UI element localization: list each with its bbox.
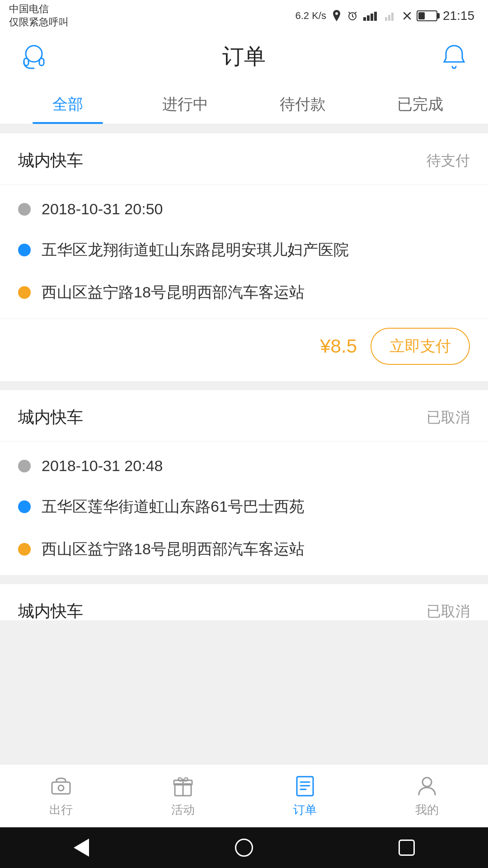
order-price-1: ¥8.5 xyxy=(320,335,357,357)
order-dropoff-1: 西山区益宁路18号昆明西部汽车客运站 xyxy=(42,282,305,303)
orders-content: 城内快车 待支付 2018-10-31 20:50 五华区龙翔街道虹山东路昆明安… xyxy=(0,124,488,638)
pay-now-button-1[interactable]: 立即支付 xyxy=(371,328,470,365)
nav-activity[interactable]: 活动 xyxy=(122,764,244,827)
x-icon xyxy=(403,12,411,20)
order-datetime-1: 2018-10-31 20:50 xyxy=(42,200,163,218)
order-header-1: 城内快车 待支付 xyxy=(0,133,488,185)
order-pickup-row-1: 五华区龙翔街道虹山东路昆明安琪儿妇产医院 xyxy=(0,229,488,271)
order-card-2: 城内快车 已取消 2018-10-31 20:48 五华区莲华街道虹山东路61号… xyxy=(0,390,488,575)
status-bar-right: 6.2 K/s 21:15 xyxy=(295,9,474,23)
order-status-3: 已取消 xyxy=(427,602,470,621)
order-pickup-1: 五华区龙翔街道虹山东路昆明安琪儿妇产医院 xyxy=(42,240,349,260)
bottom-navigation: 出行 活动 订单 我的 xyxy=(0,764,488,827)
svg-point-12 xyxy=(58,785,64,791)
battery-icon xyxy=(417,10,437,21)
back-button[interactable] xyxy=(68,834,95,861)
home-button[interactable] xyxy=(230,834,258,861)
headset-icon xyxy=(19,42,48,71)
nav-activity-label: 活动 xyxy=(171,802,195,818)
order-type-1: 城内快车 xyxy=(18,150,83,172)
tab-ongoing[interactable]: 进行中 xyxy=(127,81,244,124)
svg-point-16 xyxy=(422,778,432,787)
alarm-icon xyxy=(347,10,358,21)
order-header-3: 城内快车 已取消 xyxy=(0,584,488,620)
svg-rect-3 xyxy=(371,14,373,21)
recents-button[interactable] xyxy=(393,834,420,861)
signal-icon xyxy=(363,11,380,21)
network-speed: 6.2 K/s xyxy=(295,10,326,22)
order-card-3: 城内快车 已取消 xyxy=(0,584,488,620)
order-type-3: 城内快车 xyxy=(18,600,83,620)
location-icon xyxy=(332,10,342,22)
back-icon xyxy=(74,839,89,857)
order-status-2: 已取消 xyxy=(427,408,470,428)
signal2-icon xyxy=(385,11,398,21)
order-status-1: 待支付 xyxy=(427,151,470,171)
system-nav-bar xyxy=(0,827,488,868)
svg-rect-1 xyxy=(363,17,366,21)
order-card-1: 城内快车 待支付 2018-10-31 20:50 五华区龙翔街道虹山东路昆明安… xyxy=(0,133,488,381)
bell-button[interactable] xyxy=(438,41,470,72)
tab-pending-pay[interactable]: 待付款 xyxy=(244,81,361,124)
nav-travel[interactable]: 出行 xyxy=(0,764,122,827)
time-display: 21:15 xyxy=(443,9,474,23)
page-title: 订单 xyxy=(222,42,266,71)
svg-rect-5 xyxy=(385,17,387,21)
order-dropoff-2: 西山区益宁路18号昆明西部汽车客运站 xyxy=(42,539,305,560)
dot-blue-2 xyxy=(18,500,31,513)
dot-orange-1 xyxy=(18,286,31,299)
nav-orders-label: 订单 xyxy=(293,802,317,818)
order-pickup-row-2: 五华区莲华街道虹山东路61号巴士西苑 xyxy=(0,486,488,528)
dot-gray-1 xyxy=(18,203,31,216)
tab-bar: 全部 进行中 待付款 已完成 xyxy=(0,81,488,124)
carrier-info: 中国电信 仅限紧急呼叫 xyxy=(9,3,69,28)
order-header-2: 城内快车 已取消 xyxy=(0,390,488,442)
order-datetime-row-2: 2018-10-31 20:48 xyxy=(0,446,488,486)
svg-rect-10 xyxy=(39,58,44,66)
order-dropoff-row-2: 西山区益宁路18号昆明西部汽车客运站 xyxy=(0,528,488,571)
nav-mine[interactable]: 我的 xyxy=(366,764,488,827)
travel-icon xyxy=(49,774,73,797)
app-header: 订单 xyxy=(0,32,488,81)
dot-gray-2 xyxy=(18,460,31,472)
headset-button[interactable] xyxy=(18,41,50,72)
order-body-1: 2018-10-31 20:50 五华区龙翔街道虹山东路昆明安琪儿妇产医院 西山… xyxy=(0,185,488,318)
tab-all[interactable]: 全部 xyxy=(9,81,127,124)
order-datetime-row-1: 2018-10-31 20:50 xyxy=(0,189,488,229)
svg-rect-4 xyxy=(374,12,377,21)
order-type-2: 城内快车 xyxy=(18,406,83,429)
orders-icon xyxy=(293,774,317,797)
svg-rect-2 xyxy=(367,15,370,21)
order-datetime-2: 2018-10-31 20:48 xyxy=(42,457,163,475)
order-pickup-2: 五华区莲华街道虹山东路61号巴士西苑 xyxy=(42,496,305,517)
status-bar: 中国电信 仅限紧急呼叫 6.2 K/s xyxy=(0,0,488,32)
nav-mine-label: 我的 xyxy=(415,802,439,818)
user-icon xyxy=(415,774,439,797)
svg-rect-6 xyxy=(388,15,390,21)
svg-rect-7 xyxy=(391,13,394,21)
gift-icon xyxy=(171,774,195,797)
home-icon xyxy=(235,839,253,857)
dot-orange-2 xyxy=(18,543,31,556)
nav-orders[interactable]: 订单 xyxy=(244,764,366,827)
bell-icon xyxy=(440,42,469,71)
nav-travel-label: 出行 xyxy=(49,802,73,818)
dot-blue-1 xyxy=(18,244,31,256)
recents-icon xyxy=(399,840,415,856)
order-dropoff-row-1: 西山区益宁路18号昆明西部汽车客运站 xyxy=(0,271,488,314)
svg-rect-11 xyxy=(52,782,70,794)
tab-completed[interactable]: 已完成 xyxy=(361,81,479,124)
order-body-2: 2018-10-31 20:48 五华区莲华街道虹山东路61号巴士西苑 西山区益… xyxy=(0,442,488,575)
order-footer-1: ¥8.5 立即支付 xyxy=(0,318,488,381)
